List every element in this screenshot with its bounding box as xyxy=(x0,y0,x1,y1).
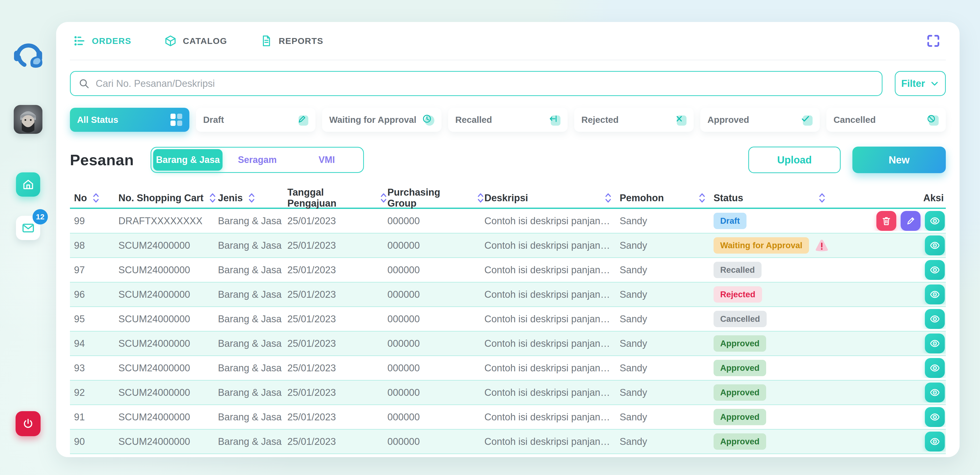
cell-no: 92 xyxy=(70,387,118,398)
status-chip-cancelled[interactable]: Cancelled xyxy=(826,108,946,132)
cell-purchasing-group: 000000 xyxy=(387,289,484,300)
cell-shopping-cart: SCUM24000000 xyxy=(118,240,218,251)
sort-icon[interactable] xyxy=(380,192,387,204)
grid-icon xyxy=(170,114,182,126)
status-badge: Recalled xyxy=(714,262,762,278)
home-button[interactable] xyxy=(16,172,40,197)
status-chip-waiting[interactable]: Waiting for Approval xyxy=(322,108,442,132)
table-body: 99 DRAFTXXXXXXXX Barang & Jasa 25/01/202… xyxy=(70,209,946,454)
chip-label: Rejected xyxy=(581,115,619,125)
filter-button[interactable]: Filter xyxy=(895,71,946,96)
edit-button[interactable] xyxy=(900,211,921,231)
nav-tab-label: REPORTS xyxy=(279,36,323,46)
sort-icon[interactable] xyxy=(209,192,216,204)
home-icon xyxy=(21,178,35,191)
status-badge: Rejected xyxy=(714,286,762,303)
cell-aksi xyxy=(834,333,946,354)
cell-no: 98 xyxy=(70,240,118,251)
status-chip-draft[interactable]: Draft xyxy=(196,108,315,132)
sort-icon[interactable] xyxy=(477,192,484,204)
upload-button[interactable]: Upload xyxy=(748,147,841,173)
status-chip-rejected[interactable]: Rejected xyxy=(574,108,694,132)
pencil-icon xyxy=(296,113,308,126)
cell-shopping-cart: SCUM24000000 xyxy=(118,387,218,398)
cell-jenis: Barang & Jasa xyxy=(218,265,287,276)
cell-shopping-cart: SCUM24000000 xyxy=(118,314,218,325)
cell-tanggal: 25/01/2023 xyxy=(287,240,387,251)
cell-aksi xyxy=(834,236,946,255)
x-icon xyxy=(674,113,687,126)
nav-tab-catalog[interactable]: CATALOG xyxy=(164,35,227,47)
view-button[interactable] xyxy=(925,383,945,402)
main-card: ORDERS CATALOG REPORTS xyxy=(56,22,959,457)
column-header-no: No xyxy=(70,192,118,204)
status-filter-bar: All Status Draft Waiting for Approval Re… xyxy=(70,108,946,132)
sort-icon[interactable] xyxy=(818,192,826,204)
view-button[interactable] xyxy=(925,333,945,354)
tab-barang-jasa[interactable]: Barang & Jasa xyxy=(153,149,223,171)
status-badge: Approved xyxy=(714,434,766,450)
search-input[interactable] xyxy=(96,78,874,89)
view-button[interactable] xyxy=(925,236,945,255)
table-header: No No. Shopping Cart Jenis Tanggal Penga… xyxy=(70,187,946,209)
sort-icon[interactable] xyxy=(92,192,100,204)
page-header: Pesanan Barang & Jasa Seragam VMI Upload… xyxy=(70,147,946,173)
sort-icon[interactable] xyxy=(605,192,612,204)
chip-label: Approved xyxy=(708,115,749,125)
user-avatar[interactable] xyxy=(14,105,43,134)
cell-deskripsi: Contoh isi deskripsi panjang m... xyxy=(484,436,620,447)
new-button[interactable]: New xyxy=(853,147,946,173)
view-button[interactable] xyxy=(925,211,945,231)
chip-label: Waiting for Approval xyxy=(329,115,417,125)
sort-icon[interactable] xyxy=(248,192,256,204)
cell-shopping-cart: SCUM24000000 xyxy=(118,363,218,374)
filter-label: Filter xyxy=(901,78,925,89)
cell-status: Draft xyxy=(714,213,834,229)
sidebar: 12 xyxy=(0,0,56,475)
view-button[interactable] xyxy=(925,358,945,378)
tab-seragam[interactable]: Seragam xyxy=(223,149,292,171)
status-badge: Cancelled xyxy=(714,311,767,327)
warning-icon[interactable] xyxy=(815,238,829,253)
status-badge: Approved xyxy=(714,335,766,352)
nav-tab-reports[interactable]: REPORTS xyxy=(260,35,323,47)
cell-jenis: Barang & Jasa xyxy=(218,436,287,447)
delete-button[interactable] xyxy=(877,211,896,231)
cell-pemohon: Sandy xyxy=(620,289,714,300)
eye-icon xyxy=(929,264,940,276)
status-badge: Waiting for Approval xyxy=(714,237,809,253)
fullscreen-button[interactable] xyxy=(924,32,942,50)
status-badge: Approved xyxy=(714,409,766,425)
mail-badge: 12 xyxy=(33,209,48,225)
status-badge: Approved xyxy=(714,384,766,401)
status-chip-all[interactable]: All Status xyxy=(70,108,189,132)
view-button[interactable] xyxy=(925,407,945,427)
cell-tanggal: 25/01/2023 xyxy=(287,314,387,325)
chip-label: Cancelled xyxy=(834,115,876,125)
view-button[interactable] xyxy=(925,284,945,304)
cell-tanggal: 25/01/2023 xyxy=(287,412,387,422)
cell-purchasing-group: 000000 xyxy=(387,338,484,349)
view-button[interactable] xyxy=(925,309,945,329)
sort-icon[interactable] xyxy=(698,192,706,204)
status-chip-recalled[interactable]: Recalled xyxy=(448,108,568,132)
tab-vmi[interactable]: VMI xyxy=(292,149,361,171)
status-badge: Draft xyxy=(714,213,746,229)
cell-no: 99 xyxy=(70,215,118,226)
view-button[interactable] xyxy=(925,260,945,280)
cell-pemohon: Sandy xyxy=(620,412,714,422)
cell-deskripsi: Contoh isi deskripsi panjang m... xyxy=(484,387,620,398)
top-navigation: ORDERS CATALOG REPORTS xyxy=(70,22,946,60)
table-row: 93 SCUM24000000 Barang & Jasa 25/01/2023… xyxy=(70,356,946,381)
eye-icon xyxy=(929,387,940,398)
cell-no: 97 xyxy=(70,265,118,276)
cell-deskripsi: Contoh isi deskripsi panjang m... xyxy=(484,215,620,226)
cell-shopping-cart: SCUM24000000 xyxy=(118,338,218,349)
status-chip-approved[interactable]: Approved xyxy=(700,108,820,132)
nav-tab-orders[interactable]: ORDERS xyxy=(73,35,131,47)
status-badge: Approved xyxy=(714,360,766,376)
logout-power-button[interactable] xyxy=(16,411,41,436)
search-box[interactable] xyxy=(70,71,883,96)
page-actions: Upload New xyxy=(748,147,946,173)
view-button[interactable] xyxy=(925,432,945,451)
